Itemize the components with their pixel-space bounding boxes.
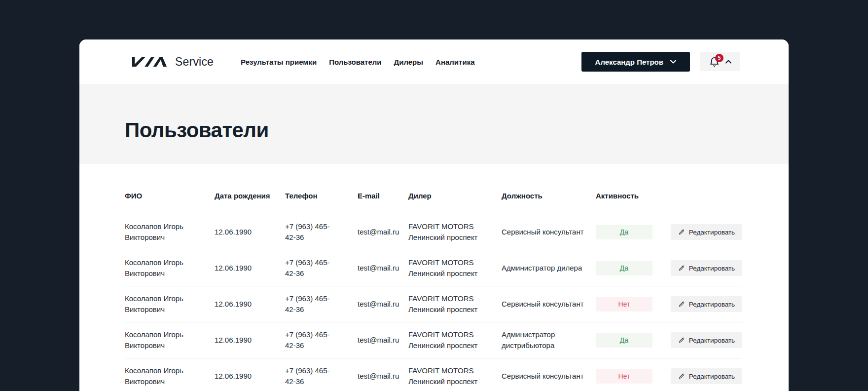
cell-dealer: FAVORIT MOTORS Ленинский проспект (408, 358, 502, 391)
edit-button-label: Редактировать (689, 301, 735, 308)
header-right: Александр Петров 5 (581, 52, 740, 72)
brand: Service (132, 55, 214, 69)
cell-fio: Косолапов Игорь Викторович (125, 358, 215, 391)
edit-button-label: Редактировать (689, 337, 735, 344)
cell-email: test@mail.ru (358, 358, 408, 391)
table-row: Косолапов Игорь Викторович 12.06.1990 +7… (125, 250, 742, 286)
column-header-position: Должность (502, 164, 596, 214)
cell-dealer: FAVORIT MOTORS Ленинский проспект (408, 250, 502, 286)
cell-dealer: FAVORIT MOTORS Ленинский проспект (408, 322, 502, 358)
activity-badge: Да (596, 261, 652, 275)
cell-dealer: FAVORIT MOTORS Ленинский проспект (408, 286, 502, 322)
edit-button[interactable]: Редактировать (671, 224, 742, 240)
activity-badge: Нет (596, 369, 652, 384)
cell-position: Администратор дистрибьютора (502, 322, 596, 358)
users-table: ФИО Дата рождения Телефон E-mail Дилер Д… (125, 164, 742, 391)
kia-logo-icon (132, 57, 167, 67)
edit-button-label: Редактировать (689, 265, 735, 272)
cell-fio: Косолапов Игорь Викторович (125, 286, 215, 322)
column-header-birth-date: Дата рождения (215, 164, 285, 214)
brand-product-label: Service (175, 55, 214, 69)
cell-birth-date: 12.06.1990 (215, 322, 285, 358)
edit-button[interactable]: Редактировать (671, 368, 742, 384)
edit-button[interactable]: Редактировать (671, 296, 742, 312)
nav-item-acceptance-results[interactable]: Результаты приемки (241, 58, 317, 66)
user-menu-button[interactable]: Александр Петров (581, 52, 690, 72)
cell-phone: +7 (963) 465-42-36 (285, 358, 358, 391)
edit-button[interactable]: Редактировать (671, 260, 742, 276)
notifications-toggle[interactable]: 5 (700, 52, 740, 71)
cell-birth-date: 12.06.1990 (215, 214, 285, 250)
notification-badge: 5 (715, 54, 723, 62)
pencil-icon (678, 373, 685, 380)
table-row: Косолапов Игорь Викторович 12.06.1990 +7… (125, 322, 742, 358)
cell-position: Сервисный консультант (502, 214, 596, 250)
chevron-down-icon (670, 60, 676, 64)
table-header-row: ФИО Дата рождения Телефон E-mail Дилер Д… (125, 164, 742, 214)
cell-phone: +7 (963) 465-42-36 (285, 286, 358, 322)
chevron-up-icon (725, 60, 731, 64)
cell-email: test@mail.ru (358, 286, 408, 322)
top-header: Service Результаты приемки Пользователи … (79, 39, 789, 84)
cell-birth-date: 12.06.1990 (215, 358, 285, 391)
pencil-icon (678, 337, 685, 344)
nav-item-users[interactable]: Пользователи (329, 58, 381, 66)
cell-fio: Косолапов Игорь Викторович (125, 250, 215, 286)
cell-fio: Косолапов Игорь Викторович (125, 214, 215, 250)
bell-icon: 5 (709, 56, 720, 68)
cell-email: test@mail.ru (358, 322, 408, 358)
column-header-dealer: Дилер (408, 164, 502, 214)
nav-item-dealers[interactable]: Дилеры (394, 58, 424, 66)
activity-badge: Нет (596, 297, 652, 312)
column-header-email: E-mail (358, 164, 408, 214)
column-header-actions (671, 164, 742, 214)
cell-birth-date: 12.06.1990 (215, 286, 285, 322)
cell-dealer: FAVORIT MOTORS Ленинский проспект (408, 214, 502, 250)
users-table-section: ФИО Дата рождения Телефон E-mail Дилер Д… (79, 164, 789, 391)
cell-position: Администратор дилера (502, 250, 596, 286)
edit-button-label: Редактировать (689, 373, 735, 380)
cell-phone: +7 (963) 465-42-36 (285, 214, 358, 250)
cell-email: test@mail.ru (358, 250, 408, 286)
cell-position: Сервисный консультант (502, 286, 596, 322)
activity-badge: Да (596, 225, 652, 239)
edit-button[interactable]: Редактировать (671, 332, 742, 348)
page-title: Пользователи (125, 118, 269, 142)
cell-fio: Косолапов Игорь Викторович (125, 322, 215, 358)
cell-email: test@mail.ru (358, 214, 408, 250)
pencil-icon (678, 229, 685, 235)
page-banner: Пользователи (79, 84, 789, 164)
column-header-activity: Активность (596, 164, 671, 214)
activity-badge: Да (596, 333, 652, 348)
edit-button-label: Редактировать (689, 229, 735, 236)
column-header-phone: Телефон (285, 164, 358, 214)
nav-item-analytics[interactable]: Аналитика (435, 58, 474, 66)
cell-phone: +7 (963) 465-42-36 (285, 250, 358, 286)
pencil-icon (678, 265, 685, 272)
table-row: Косолапов Игорь Викторович 12.06.1990 +7… (125, 214, 742, 250)
table-row: Косолапов Игорь Викторович 12.06.1990 +7… (125, 358, 742, 391)
cell-birth-date: 12.06.1990 (215, 250, 285, 286)
pencil-icon (678, 301, 685, 308)
cell-position: Сервисный консультант (502, 358, 596, 391)
app-card: Service Результаты приемки Пользователи … (79, 39, 789, 391)
main-nav: Результаты приемки Пользователи Дилеры А… (241, 58, 474, 66)
table-row: Косолапов Игорь Викторович 12.06.1990 +7… (125, 286, 742, 322)
user-name-label: Александр Петров (595, 58, 663, 66)
column-header-fio: ФИО (125, 164, 215, 214)
cell-phone: +7 (963) 465-42-36 (285, 322, 358, 358)
